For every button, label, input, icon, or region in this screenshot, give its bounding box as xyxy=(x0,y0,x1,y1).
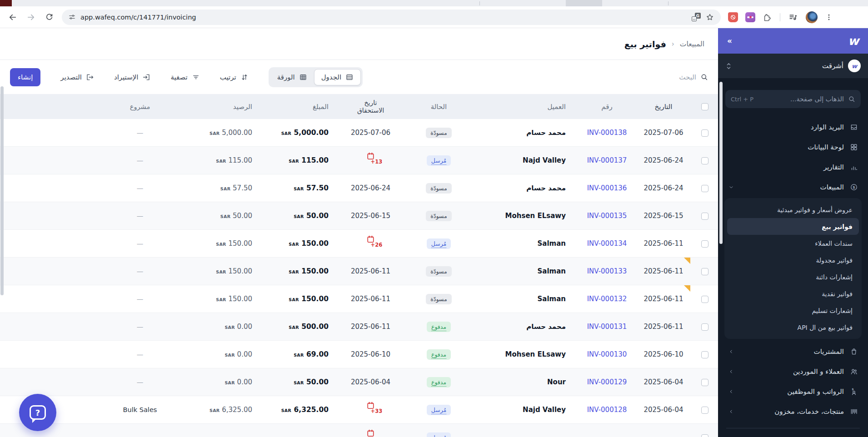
row-checkbox[interactable] xyxy=(701,296,708,303)
submenu-item[interactable]: عروض أسعار و فواتير مبدئية xyxy=(727,201,859,218)
purple-extension-icon[interactable] xyxy=(745,12,755,22)
row-checkbox[interactable] xyxy=(701,129,708,137)
sidebar-group[interactable]: $الرواتب و الموظفين xyxy=(724,382,862,402)
column-header-project[interactable]: مشروع xyxy=(85,103,195,110)
row-checkbox[interactable] xyxy=(701,213,708,220)
column-header-status[interactable]: الحالة xyxy=(408,103,469,111)
page-scrollbar-thumb[interactable] xyxy=(0,86,4,295)
invoice-link[interactable]: INV-000137 xyxy=(587,156,627,164)
column-header-balance[interactable]: الرصيد xyxy=(195,103,265,111)
export-button[interactable]: التصدير xyxy=(60,73,94,81)
reading-list-icon[interactable] xyxy=(788,13,798,22)
invoice-customer: Najd Valley xyxy=(469,156,579,164)
invoice-row[interactable]: مُرسل xyxy=(0,424,718,437)
bookmark-star-icon[interactable] xyxy=(705,13,714,22)
invoice-row[interactable]: 2025-06-24INV-000136محمد حساممسودّة2025-… xyxy=(0,174,718,202)
goto-page-placeholder: الذهاب إلى صفحة... xyxy=(790,95,844,103)
extensions-puzzle-icon[interactable] xyxy=(763,13,772,22)
row-checkbox[interactable] xyxy=(701,434,708,437)
invoice-customer: محمد حسام xyxy=(469,323,579,331)
filter-button[interactable]: تصفية xyxy=(170,73,200,81)
invoice-row[interactable]: 2025-06-11INV-000134Salmanمُرسل+26SAR 15… xyxy=(0,230,718,258)
submenu-item[interactable]: فواتير نقدية xyxy=(727,285,859,302)
adblock-extension-icon[interactable] xyxy=(728,12,738,22)
invoice-row[interactable]: 2025-06-04INV-000128Najd Valleyمُرسل+33S… xyxy=(0,396,718,424)
reload-icon[interactable] xyxy=(41,9,57,25)
sidebar-item[interactable]: $المبيعات xyxy=(724,177,862,197)
help-button[interactable]: ? xyxy=(19,394,56,431)
invoice-link[interactable]: INV-000130 xyxy=(587,350,627,358)
filter-label: تصفية xyxy=(170,73,187,81)
status-badge: مدفوع xyxy=(427,377,451,387)
invoice-row[interactable]: 2025-06-11INV-000132Salmanمسودّة2025-06-… xyxy=(0,285,718,313)
invoice-row[interactable]: 2025-07-06INV-000138محمد حساممسودّة2025-… xyxy=(0,119,718,147)
invoice-link[interactable]: INV-000135 xyxy=(587,212,627,220)
invoice-link[interactable]: INV-000136 xyxy=(587,184,627,192)
create-button[interactable]: إنشاء xyxy=(10,68,40,86)
view-sheet-button[interactable]: الورقة xyxy=(270,69,314,85)
row-checkbox[interactable] xyxy=(701,157,708,164)
invoice-row[interactable]: 2025-06-24INV-000137Najd Valleyمُرسل+13S… xyxy=(0,147,718,174)
goto-page-search[interactable]: الذهاب إلى صفحة... Ctrl + P xyxy=(725,90,861,108)
browser-profile-avatar[interactable] xyxy=(806,11,818,23)
workspace-switcher[interactable]: w أشرقت xyxy=(718,54,868,78)
select-all-checkbox[interactable] xyxy=(701,103,708,110)
sidebar-item[interactable]: التقارير xyxy=(724,157,862,177)
sidebar-scrollbar-thumb[interactable] xyxy=(719,82,723,244)
import-button[interactable]: الإستيراد xyxy=(114,73,150,81)
submenu-item[interactable]: فواتير بيع من ال API xyxy=(727,319,859,336)
sidebar-collapse-icon[interactable]: » xyxy=(727,36,732,45)
row-checkbox[interactable] xyxy=(701,323,708,331)
row-checkbox[interactable] xyxy=(701,268,708,275)
invoice-row[interactable]: 2025-06-15INV-000135Mohsen ELsawyمسودّة2… xyxy=(0,202,718,230)
row-checkbox[interactable] xyxy=(701,379,708,386)
breadcrumb-parent[interactable]: المبيعات xyxy=(680,40,704,48)
sidebar-group[interactable]: المشتريات xyxy=(724,342,862,362)
column-header-customer[interactable]: العميل xyxy=(469,103,579,111)
invoice-link[interactable]: INV-000131 xyxy=(587,323,627,331)
invoice-status: مدفوع xyxy=(408,322,469,332)
submenu-item-active[interactable]: فواتير بيع xyxy=(727,218,859,235)
column-header-amount[interactable]: المبلغ xyxy=(265,103,333,111)
invoice-due-date: +33 xyxy=(333,401,408,418)
row-checkbox[interactable] xyxy=(701,185,708,192)
sidebar-item[interactable]: البريد الوارد xyxy=(724,117,862,137)
menu-kebab-icon[interactable] xyxy=(825,13,833,21)
forward-icon[interactable] xyxy=(23,9,39,25)
back-icon[interactable] xyxy=(5,9,21,25)
column-header-due-date[interactable]: تاريخ الاستحقاق xyxy=(333,99,408,114)
submenu-item[interactable]: إشعارات دائنة xyxy=(727,268,859,285)
sales-icon: $ xyxy=(850,183,858,191)
row-checkbox[interactable] xyxy=(701,351,708,358)
submenu-item[interactable]: إشعارات تسليم xyxy=(727,302,859,319)
sidebar-item[interactable]: لوحة البيانات xyxy=(724,137,862,157)
invoice-link[interactable]: INV-000132 xyxy=(587,295,627,303)
invoice-row[interactable]: 2025-06-11INV-000131محمد حساممدفوع2025-0… xyxy=(0,313,718,341)
url-bar[interactable]: app.wafeq.com/c/141771/invoicing Gت xyxy=(62,10,721,25)
view-table-button[interactable]: الجدول xyxy=(314,69,361,85)
site-info-icon[interactable] xyxy=(68,13,76,21)
invoice-balance: SAR 150.00 xyxy=(195,239,265,248)
invoice-row[interactable]: 2025-06-04INV-000129Nourمدفوع2025-06-04S… xyxy=(0,368,718,396)
url-text[interactable]: app.wafeq.com/c/141771/invoicing xyxy=(80,14,196,21)
sort-button[interactable]: ترتيب xyxy=(220,73,249,81)
column-header-date[interactable]: التاريخ xyxy=(635,103,692,111)
translate-icon[interactable]: Gت xyxy=(692,13,701,21)
invoice-balance: SAR 150.00 xyxy=(195,295,265,303)
row-checkbox[interactable] xyxy=(701,240,708,248)
submenu-item[interactable]: سندات العملاء xyxy=(727,235,859,252)
sidebar-group[interactable]: منتجات، خدمات، مخزون xyxy=(724,402,862,422)
row-checkbox[interactable] xyxy=(701,407,708,414)
submenu-item[interactable]: فواتير مجدولة xyxy=(727,252,859,268)
invoice-row[interactable]: 2025-06-11INV-000133Salmanمسودّة2025-06-… xyxy=(0,258,718,285)
invoice-link[interactable]: INV-000134 xyxy=(587,239,627,248)
invoice-row[interactable]: 2025-06-10INV-000130Mohsen ELsawyمدفوع20… xyxy=(0,341,718,368)
sidebar-group[interactable]: العملاء و الموردين xyxy=(724,362,862,382)
invoice-link[interactable]: INV-000138 xyxy=(587,129,627,137)
invoice-link[interactable]: INV-000129 xyxy=(587,378,627,386)
invoice-due-date: 2025-06-11 xyxy=(333,295,408,303)
invoice-link[interactable]: INV-000128 xyxy=(587,406,627,414)
column-header-number[interactable]: رقم xyxy=(579,103,635,111)
table-search-button[interactable]: البحث xyxy=(679,73,708,81)
invoice-link[interactable]: INV-000133 xyxy=(587,267,627,275)
